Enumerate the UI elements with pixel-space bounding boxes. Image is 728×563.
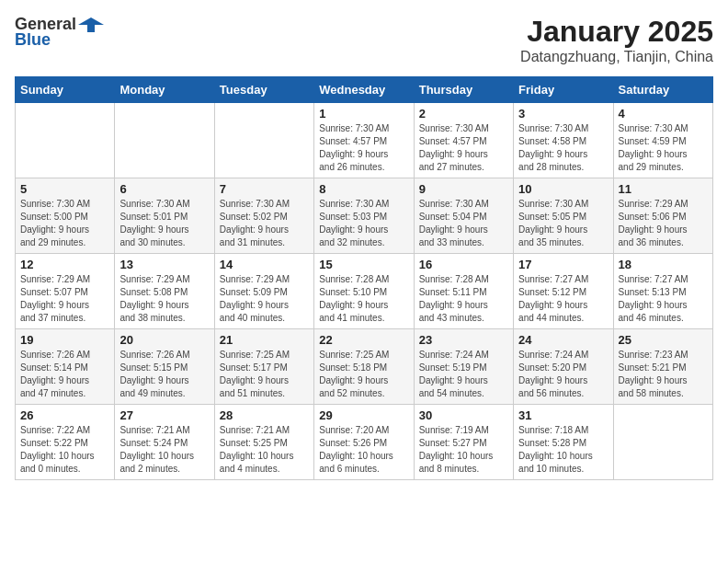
day-info: Sunrise: 7:25 AM Sunset: 5:17 PM Dayligh… <box>220 349 309 400</box>
logo-blue-text: Blue <box>15 30 51 50</box>
day-info: Sunrise: 7:26 AM Sunset: 5:14 PM Dayligh… <box>20 349 109 400</box>
calendar-week-3: 19Sunrise: 7:26 AM Sunset: 5:14 PM Dayli… <box>16 329 713 405</box>
calendar-cell-w2d4: 16Sunrise: 7:28 AM Sunset: 5:11 PM Dayli… <box>414 254 513 329</box>
day-number: 2 <box>419 107 508 121</box>
day-info: Sunrise: 7:30 AM Sunset: 5:04 PM Dayligh… <box>419 198 508 249</box>
calendar-subtitle: Datangzhuang, Tianjin, China <box>520 49 713 65</box>
calendar-cell-w4d6 <box>613 405 712 480</box>
calendar-cell-w4d4: 30Sunrise: 7:19 AM Sunset: 5:27 PM Dayli… <box>414 405 513 480</box>
day-info: Sunrise: 7:25 AM Sunset: 5:18 PM Dayligh… <box>319 349 408 400</box>
day-info: Sunrise: 7:18 AM Sunset: 5:28 PM Dayligh… <box>518 424 608 476</box>
calendar-cell-w0d1 <box>115 103 214 178</box>
day-number: 19 <box>20 333 109 347</box>
day-info: Sunrise: 7:23 AM Sunset: 5:21 PM Dayligh… <box>619 349 708 400</box>
header-sunday: Sunday <box>16 77 115 103</box>
calendar-cell-w3d0: 19Sunrise: 7:26 AM Sunset: 5:14 PM Dayli… <box>16 329 115 405</box>
day-info: Sunrise: 7:21 AM Sunset: 5:24 PM Dayligh… <box>119 424 209 476</box>
day-info: Sunrise: 7:26 AM Sunset: 5:15 PM Dayligh… <box>119 349 209 400</box>
day-info: Sunrise: 7:22 AM Sunset: 5:22 PM Dayligh… <box>20 424 109 476</box>
calendar-cell-w4d5: 31Sunrise: 7:18 AM Sunset: 5:28 PM Dayli… <box>514 405 613 480</box>
calendar-cell-w1d5: 10Sunrise: 7:30 AM Sunset: 5:05 PM Dayli… <box>514 178 613 254</box>
header-saturday: Saturday <box>613 77 712 103</box>
calendar-cell-w2d2: 14Sunrise: 7:29 AM Sunset: 5:09 PM Dayli… <box>214 254 313 329</box>
day-number: 7 <box>220 182 309 196</box>
calendar-cell-w1d3: 8Sunrise: 7:30 AM Sunset: 5:03 PM Daylig… <box>314 178 414 254</box>
calendar-cell-w0d5: 3Sunrise: 7:30 AM Sunset: 4:58 PM Daylig… <box>514 103 613 178</box>
day-info: Sunrise: 7:29 AM Sunset: 5:06 PM Dayligh… <box>619 198 708 249</box>
day-number: 23 <box>419 333 508 347</box>
day-number: 3 <box>518 107 608 121</box>
day-number: 24 <box>518 333 608 347</box>
day-info: Sunrise: 7:30 AM Sunset: 4:58 PM Dayligh… <box>518 122 608 174</box>
calendar-cell-w1d1: 6Sunrise: 7:30 AM Sunset: 5:01 PM Daylig… <box>115 178 214 254</box>
calendar-cell-w4d0: 26Sunrise: 7:22 AM Sunset: 5:22 PM Dayli… <box>16 405 115 480</box>
day-number: 12 <box>20 258 109 271</box>
day-number: 10 <box>518 182 608 196</box>
calendar-title: January 2025 <box>520 15 713 49</box>
day-info: Sunrise: 7:28 AM Sunset: 5:10 PM Dayligh… <box>319 273 408 325</box>
calendar-cell-w0d2 <box>214 103 313 178</box>
day-info: Sunrise: 7:24 AM Sunset: 5:19 PM Dayligh… <box>419 349 508 400</box>
day-number: 9 <box>419 182 508 196</box>
calendar-table: Sunday Monday Tuesday Wednesday Thursday… <box>15 76 713 480</box>
calendar-week-1: 5Sunrise: 7:30 AM Sunset: 5:00 PM Daylig… <box>16 178 713 254</box>
calendar-cell-w0d6: 4Sunrise: 7:30 AM Sunset: 4:59 PM Daylig… <box>613 103 712 178</box>
day-info: Sunrise: 7:27 AM Sunset: 5:13 PM Dayligh… <box>619 273 708 325</box>
day-info: Sunrise: 7:30 AM Sunset: 5:05 PM Dayligh… <box>518 198 608 249</box>
calendar-cell-w4d2: 28Sunrise: 7:21 AM Sunset: 5:25 PM Dayli… <box>214 405 313 480</box>
header-monday: Monday <box>115 77 214 103</box>
calendar-cell-w1d6: 11Sunrise: 7:29 AM Sunset: 5:06 PM Dayli… <box>613 178 712 254</box>
day-info: Sunrise: 7:27 AM Sunset: 5:12 PM Dayligh… <box>518 273 608 325</box>
day-number: 17 <box>518 258 608 271</box>
day-info: Sunrise: 7:30 AM Sunset: 4:57 PM Dayligh… <box>319 122 408 174</box>
calendar-week-2: 12Sunrise: 7:29 AM Sunset: 5:07 PM Dayli… <box>16 254 713 329</box>
calendar-cell-w3d2: 21Sunrise: 7:25 AM Sunset: 5:17 PM Dayli… <box>214 329 313 405</box>
day-number: 8 <box>319 182 408 196</box>
day-number: 20 <box>119 333 209 347</box>
calendar-cell-w2d1: 13Sunrise: 7:29 AM Sunset: 5:08 PM Dayli… <box>115 254 214 329</box>
logo-bird-icon <box>78 16 104 34</box>
calendar-cell-w0d4: 2Sunrise: 7:30 AM Sunset: 4:57 PM Daylig… <box>414 103 513 178</box>
day-number: 29 <box>319 408 408 422</box>
day-number: 6 <box>119 182 209 196</box>
day-info: Sunrise: 7:30 AM Sunset: 4:59 PM Dayligh… <box>619 122 708 174</box>
day-number: 15 <box>319 258 408 271</box>
calendar-cell-w2d6: 18Sunrise: 7:27 AM Sunset: 5:13 PM Dayli… <box>613 254 712 329</box>
day-number: 14 <box>220 258 309 271</box>
calendar-cell-w4d1: 27Sunrise: 7:21 AM Sunset: 5:24 PM Dayli… <box>115 405 214 480</box>
calendar-cell-w1d0: 5Sunrise: 7:30 AM Sunset: 5:00 PM Daylig… <box>16 178 115 254</box>
calendar-week-4: 26Sunrise: 7:22 AM Sunset: 5:22 PM Dayli… <box>16 405 713 480</box>
day-number: 28 <box>220 408 309 422</box>
day-number: 21 <box>220 333 309 347</box>
calendar-cell-w3d5: 24Sunrise: 7:24 AM Sunset: 5:20 PM Dayli… <box>514 329 613 405</box>
days-header-row: Sunday Monday Tuesday Wednesday Thursday… <box>16 77 713 103</box>
day-info: Sunrise: 7:28 AM Sunset: 5:11 PM Dayligh… <box>419 273 508 325</box>
day-info: Sunrise: 7:30 AM Sunset: 5:01 PM Dayligh… <box>119 198 209 249</box>
header-tuesday: Tuesday <box>214 77 313 103</box>
day-number: 4 <box>619 107 708 121</box>
calendar-cell-w0d0 <box>16 103 115 178</box>
day-number: 16 <box>419 258 508 271</box>
calendar-cell-w2d5: 17Sunrise: 7:27 AM Sunset: 5:12 PM Dayli… <box>514 254 613 329</box>
calendar-cell-w1d2: 7Sunrise: 7:30 AM Sunset: 5:02 PM Daylig… <box>214 178 313 254</box>
day-info: Sunrise: 7:30 AM Sunset: 5:02 PM Dayligh… <box>220 198 309 249</box>
day-info: Sunrise: 7:30 AM Sunset: 4:57 PM Dayligh… <box>419 122 508 174</box>
calendar-cell-w3d4: 23Sunrise: 7:24 AM Sunset: 5:19 PM Dayli… <box>414 329 513 405</box>
day-info: Sunrise: 7:29 AM Sunset: 5:09 PM Dayligh… <box>220 273 309 325</box>
day-info: Sunrise: 7:30 AM Sunset: 5:00 PM Dayligh… <box>20 198 109 249</box>
header-wednesday: Wednesday <box>314 77 414 103</box>
day-number: 22 <box>319 333 408 347</box>
day-number: 11 <box>619 182 708 196</box>
page-header: General Blue January 2025 Datangzhuang, … <box>15 15 713 65</box>
day-number: 30 <box>419 408 508 422</box>
day-info: Sunrise: 7:19 AM Sunset: 5:27 PM Dayligh… <box>419 424 508 476</box>
calendar-cell-w3d3: 22Sunrise: 7:25 AM Sunset: 5:18 PM Dayli… <box>314 329 414 405</box>
day-number: 13 <box>119 258 209 271</box>
day-number: 31 <box>518 408 608 422</box>
svg-marker-0 <box>78 17 104 32</box>
day-number: 27 <box>119 408 209 422</box>
calendar-cell-w3d1: 20Sunrise: 7:26 AM Sunset: 5:15 PM Dayli… <box>115 329 214 405</box>
day-number: 25 <box>619 333 708 347</box>
header-friday: Friday <box>514 77 613 103</box>
calendar-cell-w0d3: 1Sunrise: 7:30 AM Sunset: 4:57 PM Daylig… <box>314 103 414 178</box>
